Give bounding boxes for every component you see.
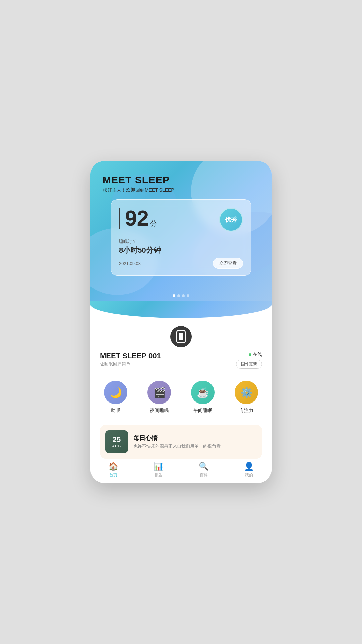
firmware-update-button[interactable]: 固件更新 (236, 360, 262, 369)
app-title: MEET SLEEP (103, 174, 259, 186)
quick-access-section: 🌙 助眠 🎬 夜间睡眠 ☕ 午间睡眠 ⚙️ 专注力 (90, 374, 272, 417)
profile-icon: 👤 (244, 462, 254, 471)
score-bottom-row: 2021.09.03 立即查看 (119, 258, 243, 269)
mood-preview: 也许不快乐的源泉正来自我们用单一的视角看 (133, 443, 257, 449)
quick-item-focus[interactable]: ⚙️ 专注力 (235, 381, 258, 414)
sleep-duration-label: 睡眠时长 (119, 238, 243, 245)
night-sleep-label: 夜间睡眠 (150, 408, 169, 414)
hero-section: MEET SLEEP 您好主人！欢迎回到MEET SLEEP 92 分 优秀 睡… (90, 161, 272, 302)
nav-item-home[interactable]: 🏠 首页 (90, 462, 136, 478)
battery-icon (176, 330, 186, 343)
score-number: 92 (125, 208, 149, 229)
online-dot (249, 353, 251, 356)
bottom-nav: 🏠 首页 📊 报告 🔍 百科 👤 我的 (90, 459, 272, 483)
sleep-aid-icon-circle: 🌙 (104, 381, 127, 404)
score-date: 2021.09.03 (119, 261, 141, 266)
encyclopedia-label: 百科 (200, 472, 208, 478)
device-description: 让睡眠回归简单 (100, 361, 161, 367)
nap-label: 午间睡眠 (193, 408, 212, 414)
app-subtitle: 您好主人！欢迎回到MEET SLEEP (103, 187, 259, 193)
home-label: 首页 (109, 472, 117, 478)
hero-content: MEET SLEEP 您好主人！欢迎回到MEET SLEEP 92 分 优秀 睡… (90, 161, 272, 276)
mood-title: 每日心情 (133, 434, 257, 442)
dot-3[interactable] (182, 294, 185, 297)
sleep-aid-label: 助眠 (111, 408, 120, 414)
online-badge: 在线 (249, 352, 262, 358)
encyclopedia-icon: 🔍 (199, 462, 209, 471)
nap-icon-circle: ☕ (191, 381, 215, 404)
device-status-col: 在线 固件更新 (236, 352, 262, 369)
device-name: MEET SLEEP 001 (100, 352, 161, 360)
wave-divider (90, 301, 272, 318)
night-sleep-icon-circle: 🎬 (147, 381, 171, 404)
score-badge: 优秀 (219, 208, 243, 232)
quick-item-night-sleep[interactable]: 🎬 夜间睡眠 (147, 381, 171, 414)
focus-label: 专注力 (239, 408, 253, 414)
mood-day: 25 (113, 435, 121, 444)
mood-card[interactable]: 25 AUG 每日心情 也许不快乐的源泉正来自我们用单一的视角看 (100, 425, 262, 459)
dot-1[interactable] (173, 294, 175, 297)
carousel-dots (90, 294, 272, 297)
mood-month: AUG (112, 444, 121, 448)
phone-frame: MEET SLEEP 您好主人！欢迎回到MEET SLEEP 92 分 优秀 睡… (90, 161, 272, 483)
view-button[interactable]: 立即查看 (213, 258, 243, 269)
score-unit: 分 (150, 219, 157, 228)
profile-label: 我的 (245, 472, 253, 478)
dot-2[interactable] (177, 294, 180, 297)
device-info-row: MEET SLEEP 001 让睡眠回归简单 在线 固件更新 (100, 352, 262, 369)
home-icon: 🏠 (108, 462, 118, 471)
device-info-left: MEET SLEEP 001 让睡眠回归简单 (100, 352, 161, 367)
device-section: MEET SLEEP 001 让睡眠回归简单 在线 固件更新 (90, 318, 272, 374)
quick-item-nap[interactable]: ☕ 午间睡眠 (191, 381, 215, 414)
nav-item-report[interactable]: 📊 报告 (136, 462, 181, 478)
nav-item-profile[interactable]: 👤 我的 (226, 462, 272, 478)
score-top-row: 92 分 优秀 (119, 208, 243, 232)
report-label: 报告 (155, 472, 163, 478)
sleep-duration-value: 8小时50分钟 (119, 245, 243, 255)
focus-icon-circle: ⚙️ (235, 381, 258, 404)
quick-item-sleep-aid[interactable]: 🌙 助眠 (104, 381, 127, 414)
score-details: 睡眠时长 8小时50分钟 (119, 238, 243, 255)
nav-item-encyclopedia[interactable]: 🔍 百科 (181, 462, 226, 478)
battery-fill (179, 333, 183, 340)
device-icon-wrapper (170, 326, 192, 347)
sleep-score-card: 92 分 优秀 睡眠时长 8小时50分钟 2021.09.03 立即查看 (111, 199, 251, 276)
score-number-group: 92 分 (119, 208, 157, 229)
mood-text-col: 每日心情 也许不快乐的源泉正来自我们用单一的视角看 (133, 434, 257, 449)
dot-4[interactable] (187, 294, 189, 297)
online-label: 在线 (253, 352, 262, 358)
mood-thumbnail: 25 AUG (105, 430, 128, 453)
report-icon: 📊 (154, 462, 164, 471)
